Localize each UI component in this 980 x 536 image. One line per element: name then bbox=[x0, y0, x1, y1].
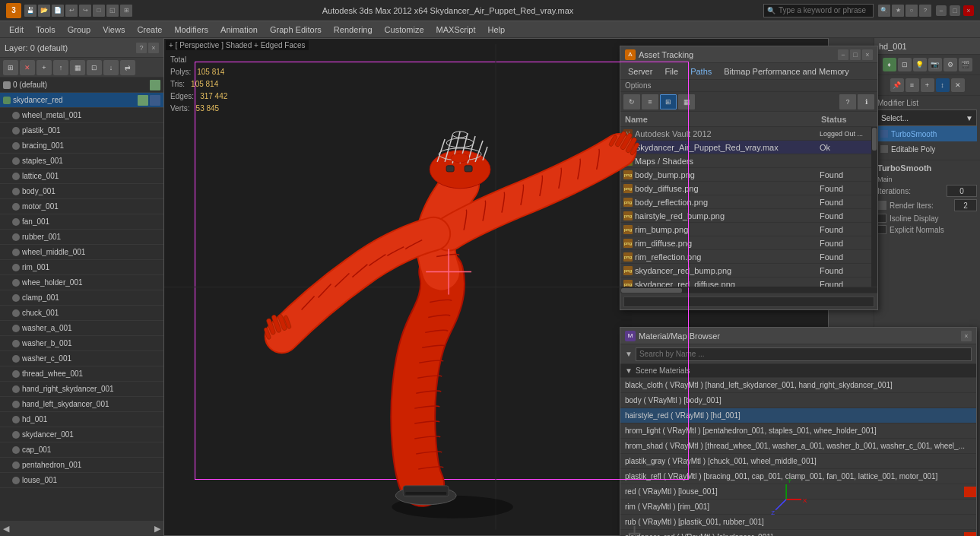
layer-item-skydancer[interactable]: skydancer_001 bbox=[0, 427, 163, 442]
obj-icon-6[interactable]: 🎬 bbox=[959, 58, 972, 71]
menu-rendering[interactable]: Rendering bbox=[328, 24, 379, 36]
layer-tool-4[interactable]: ▦ bbox=[70, 60, 85, 75]
layer-item-washer-b[interactable]: washer_b_001 bbox=[0, 336, 163, 351]
search-input[interactable] bbox=[779, 6, 870, 14]
layer-item-washer-c[interactable]: washer_c_001 bbox=[0, 351, 163, 366]
help-btn[interactable]: ? bbox=[919, 5, 931, 17]
layer-item-fan[interactable]: fan_001 bbox=[0, 214, 163, 230]
layer-tool-7[interactable]: ⇄ bbox=[120, 60, 135, 75]
qa-btn1[interactable]: □ bbox=[93, 5, 105, 17]
at-scrollbar[interactable] bbox=[871, 127, 877, 287]
at-tb-help[interactable]: ? bbox=[839, 94, 856, 109]
viewport[interactable]: + [ Perspective ] Shaded + Edged Faces T… bbox=[163, 38, 829, 536]
layer-tool-6[interactable]: ↓ bbox=[103, 60, 119, 75]
rmt-pin[interactable]: 📌 bbox=[890, 78, 904, 92]
ts-iterations-label: Iterations: bbox=[877, 187, 911, 195]
maximize-btn[interactable]: □ bbox=[950, 5, 960, 16]
layer-item-skydancer-red[interactable]: skydancer_red bbox=[0, 93, 163, 108]
layer-item-hand-left[interactable]: hand_left_skydancer_001 bbox=[0, 397, 163, 412]
menu-customize[interactable]: Customize bbox=[379, 24, 430, 36]
layer-item-rubber[interactable]: rubber_001 bbox=[0, 230, 163, 245]
rmt-delete[interactable]: ✕ bbox=[951, 78, 965, 92]
ts-iterations-input[interactable] bbox=[947, 185, 977, 197]
layer-item-cap[interactable]: cap_001 bbox=[0, 442, 163, 458]
layer-item-louse[interactable]: louse_001 bbox=[0, 473, 163, 488]
layer-item-hd[interactable]: hd_001 bbox=[0, 412, 163, 427]
menu-edit[interactable]: Edit bbox=[3, 24, 30, 36]
mat-close-btn[interactable]: × bbox=[961, 331, 972, 341]
obj-icon-3[interactable]: 💡 bbox=[913, 58, 927, 71]
rmt-list[interactable]: ≡ bbox=[905, 78, 919, 92]
layer-item-staples[interactable]: staples_001 bbox=[0, 154, 163, 169]
rmt-move[interactable]: ↕ bbox=[936, 78, 950, 92]
search-btn2[interactable]: ★ bbox=[892, 5, 904, 17]
menu-help[interactable]: Help bbox=[482, 24, 512, 36]
layer-item-0default[interactable]: 0 (default) bbox=[0, 78, 163, 93]
layer-help-btn[interactable]: ? bbox=[136, 43, 147, 53]
layer-item-motor[interactable]: motor_001 bbox=[0, 199, 163, 214]
layers-list[interactable]: 0 (default) skydancer_red wheel_metal_00… bbox=[0, 78, 163, 536]
layer-item-thread[interactable]: thread_whee_001 bbox=[0, 366, 163, 382]
layer-close-btn[interactable]: × bbox=[148, 43, 159, 53]
qa-save[interactable]: 💾 bbox=[24, 5, 36, 17]
qa-btn2[interactable]: ◱ bbox=[106, 5, 119, 17]
scroll-left-icon[interactable]: ◀ bbox=[3, 524, 9, 534]
at-min-btn[interactable]: − bbox=[838, 49, 848, 60]
menu-modifiers[interactable]: Modifiers bbox=[168, 24, 214, 36]
search-btn1[interactable]: 🔍 bbox=[878, 5, 890, 17]
at-max-btn[interactable]: □ bbox=[850, 49, 861, 60]
qa-redo[interactable]: ↪ bbox=[79, 5, 91, 17]
layer-item-washer-a[interactable]: washer_a_001 bbox=[0, 321, 163, 336]
layer-check-0[interactable] bbox=[150, 80, 160, 90]
layer-item-hand-right[interactable]: hand_right_skydancer_001 bbox=[0, 382, 163, 397]
menu-tools[interactable]: Tools bbox=[30, 24, 62, 36]
layer-check-sky[interactable] bbox=[138, 95, 148, 106]
minimize-btn[interactable]: − bbox=[936, 5, 947, 16]
modifier-dropdown[interactable]: Select... ▼ bbox=[877, 109, 977, 126]
at-close-btn[interactable]: × bbox=[862, 49, 873, 60]
layer-item-body[interactable]: body_001 bbox=[0, 184, 163, 199]
layer-item-lattice[interactable]: lattice_001 bbox=[0, 169, 163, 184]
at-tb-info[interactable]: ℹ bbox=[858, 94, 874, 109]
ts-isoline-check[interactable] bbox=[877, 214, 886, 223]
menu-animation[interactable]: Animation bbox=[214, 24, 264, 36]
layer-item-wheel-middle[interactable]: wheel_middle_001 bbox=[0, 245, 163, 260]
layer-item-pentahedron[interactable]: pentahedron_001 bbox=[0, 458, 163, 473]
layer-tool-x[interactable]: ✕ bbox=[20, 60, 35, 75]
layer-tool-3[interactable]: ↑ bbox=[53, 60, 68, 75]
menu-graph-editors[interactable]: Graph Editors bbox=[264, 24, 328, 36]
modifier-editablepoly[interactable]: Editable Poly bbox=[877, 141, 977, 157]
layer-item-plastik[interactable]: plastik_001 bbox=[0, 123, 163, 138]
menu-maxscript[interactable]: MAXScript bbox=[430, 24, 482, 36]
ts-renderiter-check[interactable] bbox=[877, 201, 886, 210]
qa-undo[interactable]: ↩ bbox=[65, 5, 78, 17]
qa-open[interactable]: 📂 bbox=[38, 5, 50, 17]
layer-item-chuck[interactable]: chuck_001 bbox=[0, 306, 163, 321]
menu-views[interactable]: Views bbox=[97, 24, 131, 36]
search-bar[interactable]: 🔍 bbox=[763, 4, 874, 17]
qa-btn3[interactable]: ⊞ bbox=[120, 5, 132, 17]
layer-item-clamp[interactable]: clamp_001 bbox=[0, 290, 163, 306]
obj-icon-2[interactable]: ⊡ bbox=[898, 58, 912, 71]
search-btn3[interactable]: ○ bbox=[905, 5, 918, 17]
scroll-right-icon[interactable]: ▶ bbox=[154, 524, 160, 534]
qa-new[interactable]: 📄 bbox=[52, 5, 64, 17]
obj-icon-1[interactable]: ♦ bbox=[883, 58, 896, 71]
ts-renderiter-input[interactable] bbox=[954, 199, 977, 211]
layer-tool-add[interactable]: + bbox=[36, 60, 52, 75]
layer-tool-5[interactable]: ⊡ bbox=[87, 60, 102, 75]
menu-group[interactable]: Group bbox=[62, 24, 97, 36]
obj-icon-5[interactable]: ⚙ bbox=[944, 58, 957, 71]
at-scroll-thumb[interactable] bbox=[872, 128, 877, 151]
layer-item-bracing[interactable]: bracing_001 bbox=[0, 138, 163, 154]
ts-explicit-check[interactable] bbox=[877, 225, 886, 234]
close-btn[interactable]: × bbox=[963, 5, 974, 16]
layer-item-rim[interactable]: rim_001 bbox=[0, 260, 163, 275]
layer-item-wheel-metal[interactable]: wheel_metal_001 bbox=[0, 108, 163, 123]
layer-item-whee-holder[interactable]: whee_holder_001 bbox=[0, 275, 163, 290]
rmt-add[interactable]: + bbox=[921, 78, 934, 92]
menu-create[interactable]: Create bbox=[131, 24, 168, 36]
layer-tool-1[interactable]: ⊞ bbox=[3, 60, 18, 75]
obj-icon-4[interactable]: 📷 bbox=[928, 58, 942, 71]
modifier-turbosmooh[interactable]: TurboSmooth bbox=[877, 126, 977, 141]
